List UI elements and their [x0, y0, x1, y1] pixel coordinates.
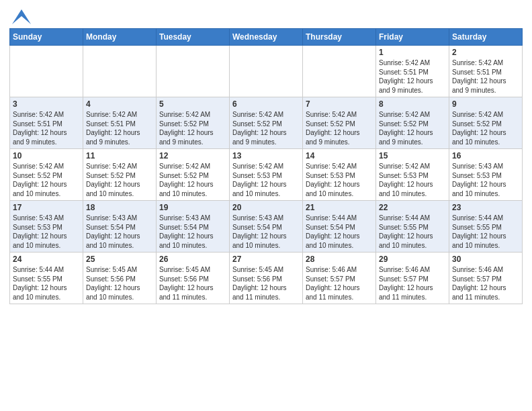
calendar-cell: 21Sunrise: 5:44 AM Sunset: 5:54 PM Dayli…: [303, 201, 376, 253]
calendar-header: SundayMondayTuesdayWednesdayThursdayFrid…: [10, 29, 523, 46]
calendar-cell: 2Sunrise: 5:42 AM Sunset: 5:51 PM Daylig…: [449, 46, 523, 97]
day-info: Sunrise: 5:42 AM Sunset: 5:52 PM Dayligh…: [159, 162, 226, 198]
day-number: 23: [452, 203, 519, 212]
day-number: 15: [379, 151, 446, 161]
calendar-cell: [10, 46, 83, 97]
day-number: 6: [232, 99, 300, 109]
calendar-table: SundayMondayTuesdayWednesdayThursdayFrid…: [9, 28, 523, 304]
day-number: 13: [232, 151, 300, 161]
calendar-cell: 5Sunrise: 5:42 AM Sunset: 5:52 PM Daylig…: [157, 97, 230, 149]
day-info: Sunrise: 5:42 AM Sunset: 5:52 PM Dayligh…: [159, 110, 226, 146]
day-info: Sunrise: 5:44 AM Sunset: 5:55 PM Dayligh…: [13, 265, 80, 302]
calendar-cell: 26Sunrise: 5:45 AM Sunset: 5:56 PM Dayli…: [157, 253, 230, 304]
weekday-header-saturday: Saturday: [449, 29, 523, 46]
day-number: 14: [306, 151, 373, 161]
weekday-header-monday: Monday: [83, 29, 157, 46]
logo-icon: [12, 9, 31, 24]
day-number: 18: [86, 203, 153, 212]
day-info: Sunrise: 5:46 AM Sunset: 5:57 PM Dayligh…: [452, 265, 519, 302]
day-number: 20: [232, 203, 300, 212]
calendar-week-2: 3Sunrise: 5:42 AM Sunset: 5:51 PM Daylig…: [10, 97, 523, 149]
calendar-cell: 20Sunrise: 5:43 AM Sunset: 5:54 PM Dayli…: [230, 201, 303, 253]
header: [9, 7, 523, 24]
day-number: 4: [86, 99, 153, 109]
calendar-cell: 28Sunrise: 5:46 AM Sunset: 5:57 PM Dayli…: [303, 253, 376, 304]
calendar-cell: 22Sunrise: 5:44 AM Sunset: 5:55 PM Dayli…: [376, 201, 449, 253]
calendar-cell: 27Sunrise: 5:45 AM Sunset: 5:56 PM Dayli…: [230, 253, 303, 304]
day-number: 5: [159, 99, 226, 109]
calendar-cell: 1Sunrise: 5:42 AM Sunset: 5:51 PM Daylig…: [376, 46, 449, 97]
calendar-cell: 9Sunrise: 5:42 AM Sunset: 5:52 PM Daylig…: [449, 97, 523, 149]
calendar-cell: 4Sunrise: 5:42 AM Sunset: 5:51 PM Daylig…: [83, 97, 157, 149]
calendar-cell: 3Sunrise: 5:42 AM Sunset: 5:51 PM Daylig…: [10, 97, 83, 149]
calendar-cell: [157, 46, 230, 97]
calendar-cell: 8Sunrise: 5:42 AM Sunset: 5:52 PM Daylig…: [376, 97, 449, 149]
weekday-header-row: SundayMondayTuesdayWednesdayThursdayFrid…: [10, 29, 523, 46]
calendar-cell: 24Sunrise: 5:44 AM Sunset: 5:55 PM Dayli…: [10, 253, 83, 304]
calendar-cell: 12Sunrise: 5:42 AM Sunset: 5:52 PM Dayli…: [157, 149, 230, 201]
day-info: Sunrise: 5:44 AM Sunset: 5:55 PM Dayligh…: [452, 214, 519, 250]
weekday-header-sunday: Sunday: [10, 29, 83, 46]
day-info: Sunrise: 5:42 AM Sunset: 5:53 PM Dayligh…: [379, 162, 446, 198]
calendar-cell: 19Sunrise: 5:43 AM Sunset: 5:54 PM Dayli…: [157, 201, 230, 253]
calendar-cell: 14Sunrise: 5:42 AM Sunset: 5:53 PM Dayli…: [303, 149, 376, 201]
calendar-cell: [230, 46, 303, 97]
day-number: 26: [159, 255, 226, 264]
day-info: Sunrise: 5:42 AM Sunset: 5:51 PM Dayligh…: [379, 58, 446, 95]
day-number: 21: [306, 203, 373, 212]
day-number: 7: [306, 99, 373, 109]
calendar-cell: 25Sunrise: 5:45 AM Sunset: 5:56 PM Dayli…: [83, 253, 157, 304]
day-info: Sunrise: 5:42 AM Sunset: 5:53 PM Dayligh…: [306, 162, 373, 198]
day-number: 2: [452, 48, 519, 57]
day-info: Sunrise: 5:42 AM Sunset: 5:52 PM Dayligh…: [13, 162, 80, 198]
calendar-cell: 7Sunrise: 5:42 AM Sunset: 5:52 PM Daylig…: [303, 97, 376, 149]
svg-marker-0: [12, 9, 31, 24]
calendar-body: 1Sunrise: 5:42 AM Sunset: 5:51 PM Daylig…: [10, 46, 523, 304]
day-info: Sunrise: 5:45 AM Sunset: 5:56 PM Dayligh…: [232, 265, 300, 302]
calendar-cell: 16Sunrise: 5:43 AM Sunset: 5:53 PM Dayli…: [449, 149, 523, 201]
calendar-cell: 15Sunrise: 5:42 AM Sunset: 5:53 PM Dayli…: [376, 149, 449, 201]
day-number: 29: [379, 255, 446, 264]
day-info: Sunrise: 5:42 AM Sunset: 5:51 PM Dayligh…: [452, 58, 519, 95]
day-info: Sunrise: 5:42 AM Sunset: 5:52 PM Dayligh…: [452, 110, 519, 146]
logo: [9, 9, 31, 24]
calendar-cell: 17Sunrise: 5:43 AM Sunset: 5:53 PM Dayli…: [10, 201, 83, 253]
day-info: Sunrise: 5:43 AM Sunset: 5:53 PM Dayligh…: [13, 214, 80, 250]
calendar-cell: 29Sunrise: 5:46 AM Sunset: 5:57 PM Dayli…: [376, 253, 449, 304]
day-number: 8: [379, 99, 446, 109]
day-info: Sunrise: 5:44 AM Sunset: 5:55 PM Dayligh…: [379, 214, 446, 250]
day-info: Sunrise: 5:42 AM Sunset: 5:52 PM Dayligh…: [306, 110, 373, 146]
day-number: 3: [13, 99, 80, 109]
weekday-header-thursday: Thursday: [303, 29, 376, 46]
calendar-cell: [303, 46, 376, 97]
calendar-cell: 10Sunrise: 5:42 AM Sunset: 5:52 PM Dayli…: [10, 149, 83, 201]
day-number: 28: [306, 255, 373, 264]
day-info: Sunrise: 5:43 AM Sunset: 5:54 PM Dayligh…: [159, 214, 226, 250]
day-number: 16: [452, 151, 519, 161]
calendar-week-3: 10Sunrise: 5:42 AM Sunset: 5:52 PM Dayli…: [10, 149, 523, 201]
day-number: 24: [13, 255, 80, 264]
day-info: Sunrise: 5:43 AM Sunset: 5:54 PM Dayligh…: [86, 214, 153, 250]
calendar-week-4: 17Sunrise: 5:43 AM Sunset: 5:53 PM Dayli…: [10, 201, 523, 253]
day-info: Sunrise: 5:44 AM Sunset: 5:54 PM Dayligh…: [306, 214, 373, 250]
day-info: Sunrise: 5:46 AM Sunset: 5:57 PM Dayligh…: [379, 265, 446, 302]
calendar-week-5: 24Sunrise: 5:44 AM Sunset: 5:55 PM Dayli…: [10, 253, 523, 304]
day-info: Sunrise: 5:45 AM Sunset: 5:56 PM Dayligh…: [159, 265, 226, 302]
day-number: 30: [452, 255, 519, 264]
weekday-header-wednesday: Wednesday: [230, 29, 303, 46]
calendar-cell: 6Sunrise: 5:42 AM Sunset: 5:52 PM Daylig…: [230, 97, 303, 149]
day-info: Sunrise: 5:46 AM Sunset: 5:57 PM Dayligh…: [306, 265, 373, 302]
day-info: Sunrise: 5:42 AM Sunset: 5:52 PM Dayligh…: [379, 110, 446, 146]
calendar-cell: 11Sunrise: 5:42 AM Sunset: 5:52 PM Dayli…: [83, 149, 157, 201]
weekday-header-friday: Friday: [376, 29, 449, 46]
day-number: 19: [159, 203, 226, 212]
day-number: 12: [159, 151, 226, 161]
calendar-cell: 30Sunrise: 5:46 AM Sunset: 5:57 PM Dayli…: [449, 253, 523, 304]
calendar-cell: [83, 46, 157, 97]
calendar-cell: 23Sunrise: 5:44 AM Sunset: 5:55 PM Dayli…: [449, 201, 523, 253]
day-info: Sunrise: 5:42 AM Sunset: 5:53 PM Dayligh…: [232, 162, 300, 198]
day-number: 22: [379, 203, 446, 212]
day-info: Sunrise: 5:42 AM Sunset: 5:51 PM Dayligh…: [86, 110, 153, 146]
weekday-header-tuesday: Tuesday: [157, 29, 230, 46]
day-number: 9: [452, 99, 519, 109]
